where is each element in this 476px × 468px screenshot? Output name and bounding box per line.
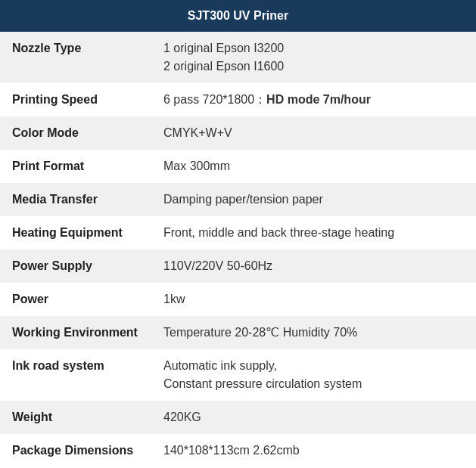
table-row: Color ModeCMYK+W+V xyxy=(0,116,476,150)
package-dimensions-label: Package Dimensions xyxy=(0,434,151,467)
printing-speed-value: 6 pass 720*1800：HD mode 7m/hour xyxy=(151,83,476,116)
working-environment-value: Temperature 20-28℃ Humidity 70% xyxy=(151,316,476,349)
power-supply-value: 110V/220V 50-60Hz xyxy=(151,249,476,283)
ink-road-system-value-line-1: Constant pressure circulation system xyxy=(163,377,362,390)
weight-label: Weight xyxy=(0,401,151,434)
nozzle-type-value-line-1: 2 original Epson I1600 xyxy=(163,60,284,73)
table-container: SJT300 UV Priner Nozzle Type1 original E… xyxy=(0,0,476,467)
working-environment-label: Working Environment xyxy=(0,316,151,349)
print-format-label: Print Format xyxy=(0,150,151,183)
power-value: 1kw xyxy=(151,283,476,316)
nozzle-type-label: Nozzle Type xyxy=(0,32,151,83)
ink-road-system-label: Ink road system xyxy=(0,349,151,401)
color-mode-label: Color Mode xyxy=(0,116,151,150)
table-row: Power Supply110V/220V 50-60Hz xyxy=(0,249,476,283)
heating-equipment-label: Heating Equipment xyxy=(0,216,151,249)
media-transfer-label: Media Transfer xyxy=(0,183,151,216)
color-mode-value: CMYK+W+V xyxy=(151,116,476,150)
table-row: Printing Speed6 pass 720*1800：HD mode 7m… xyxy=(0,83,476,116)
nozzle-type-value-line-0: 1 original Epson I3200 xyxy=(163,42,284,54)
table-header: SJT300 UV Priner xyxy=(0,0,476,32)
power-label: Power xyxy=(0,283,151,316)
heating-equipment-value: Front, middle and back three-stage heati… xyxy=(151,216,476,249)
table-row: Power1kw xyxy=(0,283,476,316)
printing-speed-value-bold: HD mode 7m/hour xyxy=(266,93,371,106)
specs-table: Nozzle Type1 original Epson I32002 origi… xyxy=(0,32,476,467)
media-transfer-value: Damping paper/tension paper xyxy=(151,183,476,216)
header-title: SJT300 UV Priner xyxy=(188,9,288,22)
ink-road-system-value: Automatic ink supply,Constant pressure c… xyxy=(151,349,476,401)
table-row: Nozzle Type1 original Epson I32002 origi… xyxy=(0,32,476,83)
printing-speed-value-prefix: 6 pass 720*1800： xyxy=(163,93,266,106)
printing-speed-label: Printing Speed xyxy=(0,83,151,116)
table-row: Heating EquipmentFront, middle and back … xyxy=(0,216,476,249)
print-format-value: Max 300mm xyxy=(151,150,476,183)
table-row: Package Dimensions140*108*113cm 2.62cmb xyxy=(0,434,476,467)
nozzle-type-value: 1 original Epson I32002 original Epson I… xyxy=(151,32,476,83)
table-row: Weight420KG xyxy=(0,401,476,434)
table-row: Media TransferDamping paper/tension pape… xyxy=(0,183,476,216)
table-row: Working EnvironmentTemperature 20-28℃ Hu… xyxy=(0,316,476,349)
table-row: Ink road systemAutomatic ink supply,Cons… xyxy=(0,349,476,401)
package-dimensions-value: 140*108*113cm 2.62cmb xyxy=(151,434,476,467)
ink-road-system-value-line-0: Automatic ink supply, xyxy=(163,359,277,372)
weight-value: 420KG xyxy=(151,401,476,434)
power-supply-label: Power Supply xyxy=(0,249,151,283)
table-row: Print FormatMax 300mm xyxy=(0,150,476,183)
